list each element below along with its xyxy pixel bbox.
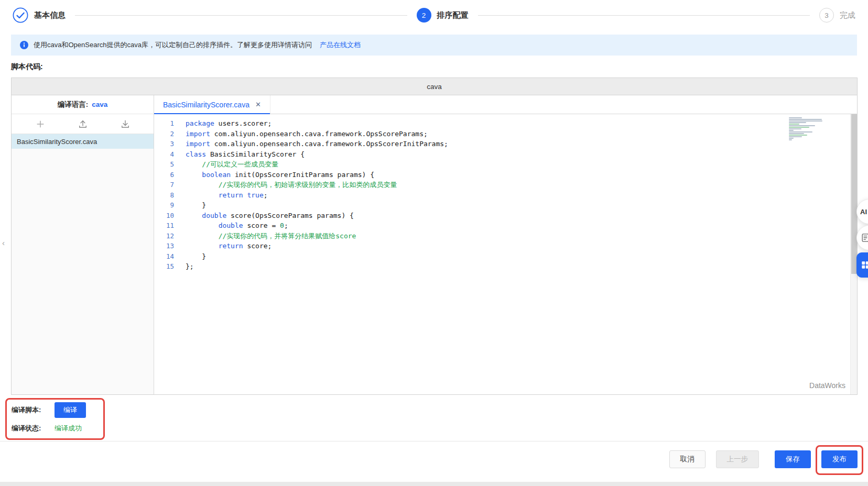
tab-label: BasicSimilarityScorer.cava xyxy=(163,101,249,109)
download-icon xyxy=(120,119,131,129)
minimap-line xyxy=(789,135,807,136)
minimap-line xyxy=(789,127,809,128)
code-line: 2import com.aliyun.opensearch.cava.frame… xyxy=(154,129,857,139)
minimap-line xyxy=(789,138,794,139)
editor-body: 编译语言: cava BasicSimilarityScorer.cava xyxy=(12,95,857,394)
upload-icon xyxy=(78,119,88,129)
minimap-line xyxy=(789,131,812,132)
file-toolbar xyxy=(12,114,154,134)
page-root: { "stepper": { "steps": [ { "label": "基本… xyxy=(0,0,868,486)
line-number: 5 xyxy=(154,159,174,170)
compile-script-row: 编译脚本: 编译 xyxy=(12,402,86,418)
step-connector xyxy=(478,15,810,16)
code-line: 3import com.aliyun.opensearch.cava.frame… xyxy=(154,139,857,149)
upload-file-button[interactable] xyxy=(76,117,90,131)
file-item-selected[interactable]: BasicSimilarityScorer.cava xyxy=(12,134,154,149)
line-number: 11 xyxy=(154,220,174,231)
code-line: 8 return true; xyxy=(154,190,857,201)
editor-panel: cava 编译语言: cava BasicSimilarityScorer.ca… xyxy=(11,78,858,395)
line-content: return true; xyxy=(174,190,268,201)
footer-bar: 取消 上一步 保存 发布 xyxy=(0,441,868,486)
compile-button[interactable]: 编译 xyxy=(55,402,86,418)
code-line: 7 //实现你的代码，初始请求级别的变量，比如类的成员变量 xyxy=(154,180,857,190)
panel-collapse-handle[interactable]: ‹ xyxy=(0,235,7,250)
doc-link[interactable]: 产品在线文档 xyxy=(320,40,361,50)
compile-language-row: 编译语言: cava xyxy=(12,95,154,114)
banner-text: 使用cava和OpenSearch提供的cava库，可以定制自己的排序插件。了解… xyxy=(34,40,312,50)
publish-wrap: 发布 xyxy=(821,450,858,468)
code-line: 6 boolean init(OpsScorerInitParams param… xyxy=(154,170,857,180)
editor-tab-bar: BasicSimilarityScorer.cava ✕ xyxy=(154,95,857,114)
step-sort-config-label: 排序配置 xyxy=(437,10,469,20)
compile-language-label: 编译语言: xyxy=(58,100,89,109)
fab-apps-button[interactable] xyxy=(856,252,868,278)
publish-button[interactable]: 发布 xyxy=(821,450,858,468)
line-content: return score; xyxy=(174,241,272,251)
line-content: }; xyxy=(174,261,194,272)
tab-close-icon[interactable]: ✕ xyxy=(255,101,261,108)
line-number: 3 xyxy=(154,139,174,149)
editor-tab-active[interactable]: BasicSimilarityScorer.cava ✕ xyxy=(154,95,270,114)
step-sort-config: 2 排序配置 xyxy=(417,8,469,23)
line-number: 6 xyxy=(154,170,174,180)
compile-status-row: 编译状态: 编译成功 xyxy=(12,424,86,433)
step-connector xyxy=(75,15,407,16)
editor-group-header: cava xyxy=(12,78,857,95)
minimap-line xyxy=(789,119,822,120)
compile-script-label: 编译脚本: xyxy=(12,405,45,415)
code-line: 13 return score; xyxy=(154,241,857,251)
document-icon xyxy=(860,233,868,243)
line-number: 8 xyxy=(154,190,174,201)
scrollbar-thumb[interactable] xyxy=(851,114,857,274)
step-number-badge: 2 xyxy=(417,8,431,23)
code-line: 4class BasicSimilarityScorer { xyxy=(154,149,857,160)
minimap-line xyxy=(789,122,806,123)
previous-step-button[interactable]: 上一步 xyxy=(716,450,760,468)
minimap-line xyxy=(789,120,822,121)
minimap-line xyxy=(789,130,794,131)
add-file-button[interactable] xyxy=(34,117,47,131)
editor-scrollbar[interactable] xyxy=(850,114,857,394)
fab-ai-label: AI xyxy=(860,208,867,216)
line-number: 1 xyxy=(154,118,174,129)
fab-survey-button[interactable] xyxy=(856,225,868,250)
compile-language-value[interactable]: cava xyxy=(92,101,107,108)
line-content: package users.scorer; xyxy=(174,118,272,129)
save-button[interactable]: 保存 xyxy=(775,450,811,468)
line-number: 2 xyxy=(154,129,174,139)
line-number: 4 xyxy=(154,149,174,160)
line-content: double score(OpsScoreParams params) { xyxy=(174,211,354,221)
line-number: 7 xyxy=(154,180,174,190)
compile-block: 编译脚本: 编译 编译状态: 编译成功 xyxy=(12,402,86,439)
code-line: 9 } xyxy=(154,200,857,211)
code-editor[interactable]: 1package users.scorer;2import com.aliyun… xyxy=(154,114,857,394)
step-done-check-icon xyxy=(13,7,28,23)
line-number: 12 xyxy=(154,231,174,241)
step-basic-info-label: 基本信息 xyxy=(34,10,66,20)
dataworks-watermark: DataWorks xyxy=(809,381,845,390)
page-bottom-strip xyxy=(0,482,868,486)
code-line: 14 } xyxy=(154,251,857,262)
file-list: BasicSimilarityScorer.cava xyxy=(12,134,154,394)
code-lines: 1package users.scorer;2import com.aliyun… xyxy=(154,118,857,272)
fab-ai-button[interactable]: AI xyxy=(856,199,868,224)
code-line: 1package users.scorer; xyxy=(154,118,857,129)
script-code-label: 脚本代码: xyxy=(11,62,43,72)
minimap-line xyxy=(789,133,804,134)
line-content: double score = 0; xyxy=(174,220,288,231)
step-basic-info: 基本信息 xyxy=(13,7,66,23)
line-content: //实现你的代码，初始请求级别的变量，比如类的成员变量 xyxy=(174,180,397,190)
grid-icon xyxy=(860,260,868,270)
line-number: 13 xyxy=(154,241,174,251)
editor-main: BasicSimilarityScorer.cava ✕ 1package us… xyxy=(154,95,857,394)
code-line: 12 //实现你的代码，并将算分结果赋值给score xyxy=(154,231,857,241)
download-file-button[interactable] xyxy=(118,117,132,131)
line-content: } xyxy=(174,251,206,262)
cancel-button[interactable]: 取消 xyxy=(669,450,706,468)
line-content: //可以定义一些成员变量 xyxy=(174,159,278,170)
line-content: import com.aliyun.opensearch.cava.framew… xyxy=(174,139,448,149)
minimap-line xyxy=(789,117,802,118)
line-number: 9 xyxy=(154,200,174,211)
minimap-line xyxy=(789,124,799,125)
file-sidebar: 编译语言: cava BasicSimilarityScorer.cava xyxy=(12,95,154,394)
